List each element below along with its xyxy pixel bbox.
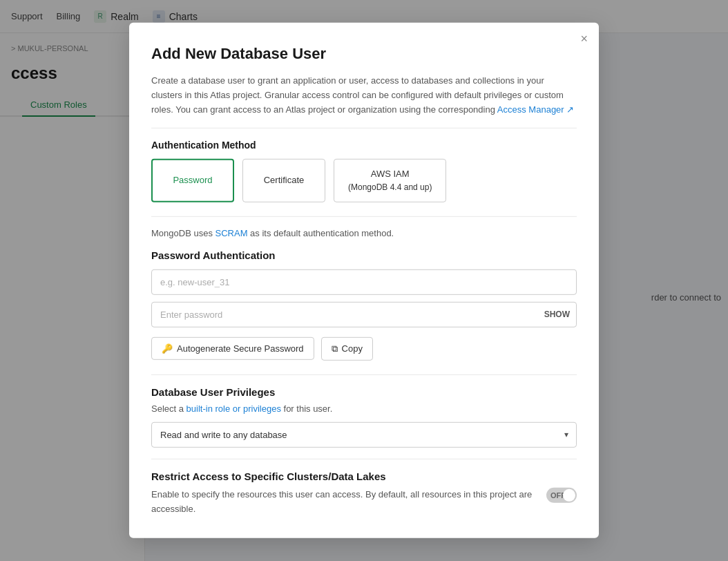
auth-method-aws-iam-button[interactable]: AWS IAM(MongoDB 4.4 and up)	[334, 159, 446, 202]
modal-divider-4	[151, 459, 577, 459]
key-icon: 🔑	[162, 343, 173, 354]
built-in-role-link[interactable]: built-in role or privileges	[186, 403, 281, 414]
modal-divider-2	[151, 216, 577, 217]
privileges-label: Database User Privileges	[151, 386, 577, 398]
restrict-toggle[interactable]: OFF	[546, 488, 577, 503]
restrict-access-row: Enable to specify the resources this use…	[151, 488, 577, 517]
privileges-select[interactable]: Read and write to any database Read from…	[151, 422, 577, 448]
copy-password-button[interactable]: ⧉ Copy	[321, 337, 373, 361]
modal-description: Create a database user to grant an appli…	[151, 74, 577, 117]
auth-methods-group: Password Certificate AWS IAM(MongoDB 4.4…	[151, 159, 577, 202]
auth-method-password-button[interactable]: Password	[151, 159, 234, 202]
password-input[interactable]	[151, 302, 577, 327]
copy-icon: ⧉	[332, 343, 338, 354]
autogenerate-password-button[interactable]: 🔑 Autogenerate Secure Password	[151, 337, 314, 360]
restrict-note: Enable to specify the resources this use…	[151, 488, 535, 517]
scram-link[interactable]: SCRAM	[215, 228, 248, 238]
add-user-modal: × Add New Database User Create a databas…	[129, 23, 599, 538]
modal-divider-1	[151, 128, 577, 129]
external-link-icon: ↗	[566, 104, 574, 114]
username-input[interactable]	[151, 269, 577, 295]
auth-method-certificate-button[interactable]: Certificate	[242, 159, 325, 202]
modal-title: Add New Database User	[151, 45, 577, 63]
scram-note: MongoDB uses SCRAM as its default authen…	[151, 228, 577, 238]
privileges-select-wrapper: Read and write to any database Read from…	[151, 422, 577, 448]
toggle-knob	[563, 489, 575, 502]
modal-close-button[interactable]: ×	[580, 32, 588, 45]
password-actions: 🔑 Autogenerate Secure Password ⧉ Copy	[151, 337, 577, 361]
access-manager-link[interactable]: Access Manager ↗	[497, 104, 574, 114]
privileges-note: Select a built-in role or privileges for…	[151, 403, 577, 414]
show-password-button[interactable]: SHOW	[544, 310, 570, 319]
password-auth-label: Password Authentication	[151, 249, 577, 261]
toggle-track[interactable]: OFF	[546, 488, 577, 503]
restrict-label: Restrict Access to Specific Clusters/Dat…	[151, 470, 577, 482]
auth-method-label: Authentication Method	[151, 140, 577, 151]
modal-divider-3	[151, 374, 577, 375]
password-field-wrapper: SHOW	[151, 302, 577, 327]
